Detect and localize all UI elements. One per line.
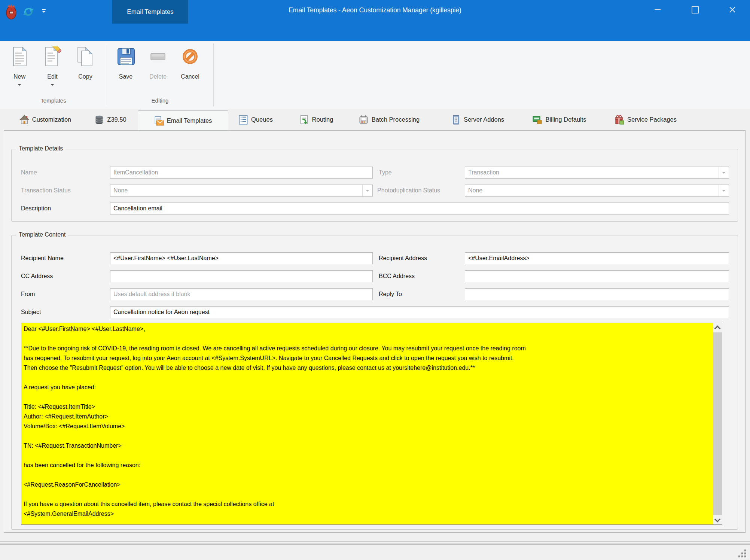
- transaction-status-value: None: [110, 187, 362, 194]
- database-icon: [94, 115, 104, 125]
- sync-icon[interactable]: [22, 5, 35, 18]
- transaction-status-label: Transaction Status: [21, 185, 71, 197]
- email-body-textarea[interactable]: Dear <#User.FirstName> <#User.LastName>,…: [21, 323, 713, 524]
- bcc-address-input[interactable]: [465, 270, 729, 282]
- minimize-icon: [655, 9, 661, 10]
- batch-processing-icon: [359, 115, 369, 125]
- subject-label: Subject: [21, 306, 41, 318]
- ribbon-separator: [213, 43, 214, 106]
- edit-button[interactable]: Edit: [37, 44, 67, 100]
- package-icon: [615, 115, 624, 125]
- cancel-icon: [175, 46, 205, 69]
- new-button-label: New: [1, 73, 38, 80]
- queues-list-icon: [238, 115, 248, 125]
- chevron-down-icon: [51, 84, 54, 86]
- scroll-up-button[interactable]: [713, 323, 722, 332]
- server-icon: [451, 115, 461, 125]
- tab-label: Server Addons: [464, 116, 504, 123]
- email-body-editor: Dear <#User.FirstName> <#User.LastName>,…: [21, 323, 722, 525]
- cancel-button[interactable]: Cancel: [175, 44, 205, 100]
- save-button-label: Save: [107, 73, 144, 80]
- photoduplication-status-value: None: [465, 187, 719, 194]
- maximize-icon: [692, 6, 699, 13]
- billing-icon: [533, 115, 542, 125]
- cc-address-input[interactable]: [110, 270, 373, 282]
- description-label: Description: [21, 203, 51, 214]
- close-button[interactable]: [721, 0, 744, 19]
- type-value: Transaction: [465, 169, 719, 176]
- delete-icon: [143, 46, 173, 69]
- recipient-address-label: Recipient Address: [379, 252, 427, 264]
- house-icon: [19, 115, 29, 125]
- tab-label: Queues: [251, 116, 273, 123]
- tab-server-addons[interactable]: Server Addons: [441, 109, 514, 130]
- tab-customization[interactable]: Customization: [10, 109, 81, 130]
- tab-email-templates[interactable]: Email Templates: [138, 110, 228, 131]
- ribbon-category-header: Email Templates: [112, 0, 188, 24]
- delete-button-label: Delete: [139, 73, 177, 80]
- template-content-legend: Template Content: [16, 231, 68, 238]
- photoduplication-status-select[interactable]: None: [465, 185, 729, 197]
- tab-label: Batch Processing: [372, 116, 420, 123]
- description-input[interactable]: [110, 203, 729, 214]
- minimize-button[interactable]: [646, 0, 669, 19]
- tab-label: Billing Defaults: [545, 116, 586, 123]
- recipient-address-input[interactable]: [465, 252, 729, 264]
- section-tab-strip: Customization Z39.50: [0, 109, 750, 130]
- save-button[interactable]: Save: [111, 44, 141, 100]
- from-input[interactable]: [110, 288, 373, 300]
- type-label: Type: [379, 167, 392, 179]
- app-window: Email Templates Email Templates - Aeon C…: [0, 0, 750, 560]
- edit-pencil-icon: [37, 46, 67, 69]
- bottom-divider: [0, 541, 750, 542]
- tab-batch-processing[interactable]: Batch Processing: [346, 109, 433, 130]
- reply-to-label: Reply To: [379, 288, 402, 300]
- close-icon: [729, 6, 736, 13]
- chevron-down-icon: [18, 84, 21, 86]
- chevron-down-icon: [719, 167, 729, 178]
- name-input[interactable]: [110, 167, 373, 179]
- tab-service-packages[interactable]: Service Packages: [604, 109, 687, 130]
- status-bar-divider: [0, 544, 750, 545]
- recipient-name-label: Recipient Name: [21, 252, 64, 264]
- quick-access-dropdown-icon[interactable]: [41, 9, 46, 13]
- ribbon: New Edit: [0, 41, 750, 109]
- transaction-status-select[interactable]: None: [110, 185, 373, 197]
- photoduplication-status-label: Photoduplication Status: [377, 185, 440, 197]
- edit-button-label: Edit: [34, 73, 71, 80]
- name-label: Name: [21, 167, 37, 179]
- ribbon-group-templates-label: Templates: [0, 97, 107, 106]
- new-button[interactable]: New: [4, 44, 34, 100]
- save-floppy-icon: [111, 46, 141, 69]
- new-document-icon: [4, 46, 34, 69]
- maximize-button[interactable]: [683, 0, 707, 19]
- delete-button: Delete: [143, 44, 173, 100]
- app-logo-icon[interactable]: [5, 3, 17, 20]
- vertical-scrollbar[interactable]: [713, 323, 722, 524]
- tab-queues[interactable]: Queues: [233, 109, 278, 130]
- tab-routing[interactable]: Routing: [293, 109, 339, 130]
- copy-button[interactable]: Copy: [70, 44, 100, 100]
- email-icon: [154, 116, 164, 126]
- template-details-legend: Template Details: [16, 145, 65, 152]
- type-select[interactable]: Transaction: [465, 167, 729, 179]
- tab-z3950[interactable]: Z39.50: [88, 109, 132, 130]
- cc-address-label: CC Address: [21, 270, 53, 282]
- scroll-down-button[interactable]: [713, 515, 722, 524]
- resize-grip[interactable]: [734, 550, 746, 559]
- scrollbar-up-icon: [714, 325, 721, 332]
- tab-label: Email Templates: [167, 117, 212, 124]
- ribbon-category-label: Email Templates: [127, 8, 173, 16]
- subject-input[interactable]: [110, 306, 729, 318]
- scrollbar-down-icon: [714, 516, 721, 522]
- tab-billing-defaults[interactable]: Billing Defaults: [522, 109, 597, 130]
- scrollbar-thumb[interactable]: [713, 332, 722, 515]
- tab-label: Service Packages: [627, 116, 677, 123]
- bcc-address-label: BCC Address: [379, 270, 415, 282]
- recipient-name-input[interactable]: [110, 252, 373, 264]
- tab-label: Z39.50: [107, 116, 126, 123]
- chevron-down-icon: [362, 185, 372, 196]
- routing-icon: [299, 115, 309, 125]
- reply-to-input[interactable]: [465, 288, 729, 300]
- tab-label: Customization: [32, 116, 71, 123]
